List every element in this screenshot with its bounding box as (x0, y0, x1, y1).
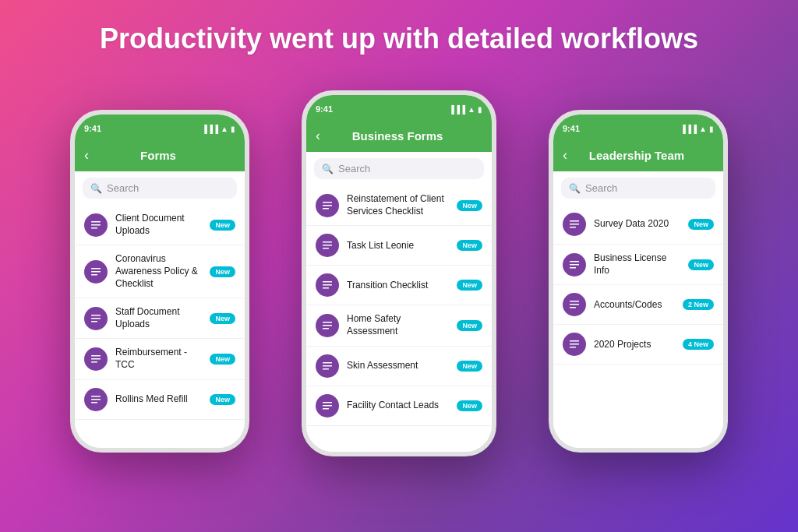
battery-icon: ▮ (709, 125, 714, 133)
svg-rect-41 (570, 307, 576, 308)
center-header-title: Business Forms (327, 129, 468, 143)
item-label: Home Safety Assessment (347, 313, 449, 337)
item-label: Facility Contact Leads (347, 400, 449, 412)
svg-rect-33 (570, 220, 579, 222)
item-badge: New (688, 219, 714, 230)
left-search-icon: 🔍 (90, 183, 102, 194)
item-badge: New (210, 266, 235, 277)
item-icon (563, 213, 586, 236)
right-list: Survey Data 2020 New Business License In… (553, 205, 723, 448)
center-search-box[interactable]: 🔍 Search (314, 158, 484, 179)
center-status-icons: ▐▐▐ ▲ ▮ (449, 105, 482, 114)
center-search-placeholder: Search (338, 163, 370, 174)
item-label: Coronavirus Awareness Policy & Checklist (115, 253, 202, 290)
svg-rect-36 (570, 261, 579, 262)
item-icon (316, 194, 339, 217)
right-search-box[interactable]: 🔍 Search (561, 178, 715, 199)
svg-rect-26 (323, 328, 329, 329)
item-icon (84, 347, 108, 371)
item-label: Task List Leonie (347, 240, 449, 252)
signal-icon: ▐▐▐ (680, 125, 697, 133)
item-label: Accounts/Codes (594, 299, 675, 312)
svg-rect-10 (91, 358, 101, 360)
item-badge: New (688, 259, 714, 270)
svg-rect-18 (323, 241, 332, 243)
item-icon (316, 234, 339, 257)
item-icon (563, 333, 586, 356)
svg-rect-43 (570, 344, 579, 345)
svg-rect-17 (323, 208, 329, 210)
phone-left: 9:41 ▐▐▐ ▲ ▮ ‹ Forms 🔍 Search (70, 110, 249, 453)
list-item[interactable]: Reinstatement of Client Services Checkli… (306, 185, 492, 226)
list-item[interactable]: Survey Data 2020 New (553, 205, 723, 245)
right-time: 9:41 (563, 124, 580, 133)
list-item[interactable]: 2020 Projects 4 New (553, 325, 723, 365)
item-badge: 2 New (683, 299, 714, 310)
list-item[interactable]: Rollins Med Refill New (75, 380, 245, 420)
svg-rect-21 (323, 281, 332, 283)
svg-rect-14 (91, 402, 97, 403)
list-item[interactable]: Client Document Uploads New (75, 205, 245, 245)
headline: Productivity went up with detailed workf… (100, 22, 698, 55)
svg-rect-6 (91, 315, 101, 316)
item-label: Business License Info (594, 252, 680, 277)
list-item[interactable]: Business License Info New (553, 245, 723, 285)
item-icon (84, 307, 108, 330)
svg-rect-0 (91, 221, 101, 223)
list-item[interactable]: Staff Document Uploads New (75, 298, 245, 339)
wifi-icon: ▲ (468, 105, 475, 114)
item-icon (316, 273, 339, 297)
right-header-title: Leadership Team (574, 149, 700, 162)
right-back-arrow[interactable]: ‹ (563, 147, 567, 164)
right-search-placeholder: Search (585, 182, 617, 194)
svg-rect-38 (570, 267, 576, 269)
svg-rect-31 (323, 405, 332, 407)
svg-rect-15 (323, 202, 332, 203)
center-header: ‹ Business Forms (306, 123, 492, 152)
svg-rect-34 (570, 224, 579, 225)
center-status-bar: 9:41 ▐▐▐ ▲ ▮ (306, 95, 492, 123)
svg-rect-23 (323, 287, 329, 289)
center-back-arrow[interactable]: ‹ (316, 128, 320, 144)
list-item[interactable]: Facility Contact Leads New (306, 386, 492, 426)
svg-rect-19 (323, 245, 332, 246)
list-item[interactable]: Reimbursement - TCC New (75, 339, 245, 379)
list-item[interactable]: Skin Assessment New (306, 347, 492, 386)
list-item[interactable]: Transition Checklist New (306, 266, 492, 305)
left-back-arrow[interactable]: ‹ (84, 147, 89, 164)
list-item[interactable]: Accounts/Codes 2 New (553, 285, 723, 325)
svg-rect-22 (323, 284, 332, 286)
center-time: 9:41 (316, 104, 333, 114)
item-label: Reinstatement of Client Services Checkli… (347, 193, 449, 217)
svg-rect-35 (570, 227, 576, 228)
svg-rect-37 (570, 264, 579, 266)
center-search-area: 🔍 Search (306, 152, 492, 185)
left-status-icons: ▐▐▐ ▲ ▮ (202, 125, 235, 133)
list-item[interactable]: Coronavirus Awareness Policy & Checklist… (75, 245, 245, 298)
signal-icon: ▐▐▐ (449, 105, 465, 114)
list-item[interactable]: Home Safety Assessment New (306, 305, 492, 346)
left-header: ‹ Forms (75, 143, 245, 171)
item-badge: New (210, 220, 235, 231)
svg-rect-9 (91, 355, 101, 357)
item-label: Client Document Uploads (115, 213, 202, 237)
item-icon (84, 260, 108, 284)
svg-rect-30 (323, 402, 332, 403)
item-badge: New (457, 200, 482, 211)
left-search-placeholder: Search (107, 182, 139, 194)
item-icon (316, 354, 339, 378)
item-badge: 4 New (683, 339, 714, 350)
item-badge: New (457, 240, 482, 251)
item-label: Rollins Med Refill (115, 393, 202, 406)
left-search-area: 🔍 Search (75, 171, 245, 205)
svg-rect-42 (570, 340, 579, 342)
right-status-icons: ▐▐▐ ▲ ▮ (680, 125, 714, 133)
battery-icon: ▮ (231, 125, 235, 133)
list-item[interactable]: Task List Leonie New (306, 226, 492, 266)
item-icon (84, 388, 108, 411)
left-search-box[interactable]: 🔍 Search (83, 178, 237, 199)
svg-rect-25 (323, 325, 332, 326)
left-time: 9:41 (84, 124, 101, 133)
right-search-icon: 🔍 (569, 183, 581, 194)
svg-rect-32 (323, 408, 329, 410)
